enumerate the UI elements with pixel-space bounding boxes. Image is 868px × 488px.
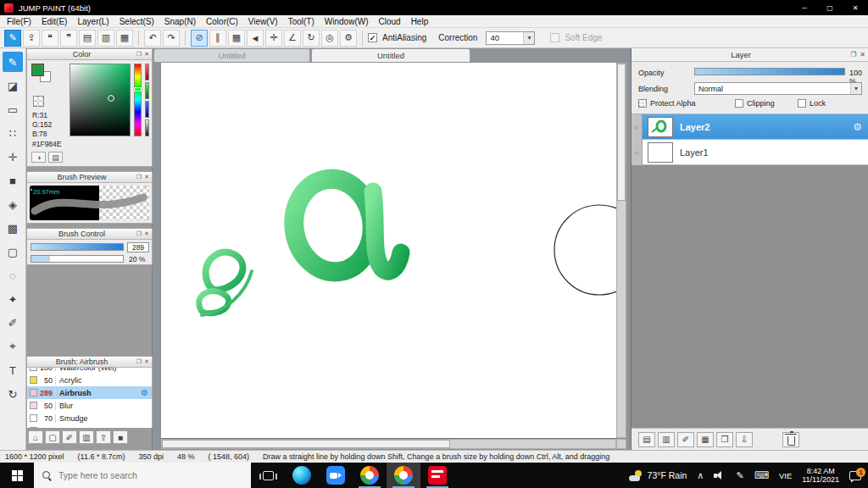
layer-row-layer2[interactable]: ○ Layer2 ⚙ [632, 114, 868, 140]
snap-vanishing-icon[interactable]: ∠ [284, 30, 301, 47]
brush-pages-button[interactable]: ▥ [79, 430, 94, 444]
clipping-checkbox[interactable] [735, 99, 743, 108]
gray-mini-slider[interactable] [145, 119, 149, 136]
lasso-tool[interactable]: ◌ [3, 265, 23, 286]
maximize-button[interactable]: ▢ [817, 0, 843, 15]
lock-checkbox[interactable] [798, 99, 806, 108]
menu-window[interactable]: Window(W) [320, 17, 374, 26]
popout-icon[interactable]: ❐ [850, 51, 856, 58]
menu-view[interactable]: View(V) [243, 17, 283, 26]
touch-keyboard-icon[interactable]: ⌨ [754, 469, 769, 481]
red-mini-slider[interactable] [145, 64, 149, 80]
snap-cross-icon[interactable]: ✛ [265, 30, 282, 47]
text-tool[interactable]: T [3, 360, 23, 380]
protect-alpha-checkbox[interactable] [638, 99, 647, 108]
zoom-button[interactable] [319, 463, 353, 488]
copy-layer-button[interactable]: ❐ [716, 432, 733, 447]
weather-widget[interactable]: 73°F Rain [629, 470, 687, 481]
color-slider-button[interactable]: ▤ [48, 152, 63, 163]
rotate-tool[interactable]: ↻ [3, 384, 23, 404]
close-button[interactable]: ✕ [843, 0, 868, 15]
add-brush-button[interactable]: ▢ [45, 430, 60, 444]
taskbar-search[interactable] [34, 463, 251, 488]
select-tool[interactable]: ▢ [3, 241, 23, 262]
blending-dropdown[interactable]: Normal ▾ [694, 82, 862, 95]
green-mini-slider[interactable] [145, 82, 149, 99]
minimize-button[interactable]: ─ [792, 0, 817, 15]
pen-edit-tool[interactable]: ✐ [3, 313, 23, 333]
vertical-scrollbar[interactable] [616, 63, 626, 438]
notification-icon[interactable]: 1 [849, 471, 861, 480]
menu-color[interactable]: Color(C) [201, 17, 243, 26]
menu-select[interactable]: Select(S) [114, 17, 159, 26]
brush-item-sparkle[interactable]: 100 Sparkle Brush [27, 424, 152, 428]
brush-tool[interactable]: ✎ [3, 52, 23, 72]
dot-pen-tool[interactable]: ∷ [3, 123, 23, 143]
shape-brush-tool[interactable]: ▭ [3, 99, 23, 119]
clock[interactable]: 8:42 AM 11/11/2021 [802, 467, 839, 485]
new-page-icon[interactable]: ▤ [79, 30, 96, 47]
popout-icon[interactable]: ❐ [136, 51, 142, 58]
hue-bar[interactable] [134, 64, 142, 136]
tile-view-icon[interactable]: ▦ [116, 30, 133, 47]
brush-item-airbrush[interactable]: 289 Airbrush ⚙ [27, 386, 152, 399]
snap-concentric-icon[interactable]: ◎ [321, 30, 338, 47]
layer-row-layer1[interactable]: ○ Layer1 [632, 140, 868, 165]
edit-brush-button[interactable]: ✐ [62, 430, 77, 444]
menu-file[interactable]: File(F) [2, 17, 36, 26]
start-button[interactable] [0, 463, 34, 488]
close-panel-icon[interactable]: ✕ [144, 358, 149, 365]
comment-icon[interactable]: ❝ [42, 30, 58, 47]
fill-rect-tool[interactable]: ■ [3, 170, 23, 191]
paint-mode-icon[interactable]: ✎ [4, 30, 21, 47]
close-panel-icon[interactable]: ✕ [144, 51, 149, 58]
correction-dropdown[interactable]: 40 ▾ [486, 31, 535, 45]
close-panel-icon[interactable]: ✕ [860, 51, 865, 58]
foreground-color-swatch[interactable] [31, 64, 44, 76]
upload-icon[interactable]: ⇪ [23, 30, 40, 47]
menu-snap[interactable]: Snap(N) [159, 17, 201, 26]
canvas-tab-1[interactable]: Untitled [153, 48, 310, 62]
add-layer-button[interactable]: ▤ [638, 432, 655, 447]
color-wheel-button[interactable]: ◑ [31, 152, 46, 163]
comment-panel-icon[interactable]: ❞ [60, 30, 77, 47]
menu-layer[interactable]: Layer(L) [72, 17, 114, 26]
redo-icon[interactable]: ↷ [163, 30, 180, 47]
medibang-button[interactable] [353, 463, 387, 488]
close-panel-icon[interactable]: ✕ [144, 230, 149, 237]
canvas-tab-2-active[interactable]: Untitled [311, 48, 470, 62]
volume-icon[interactable] [714, 470, 726, 480]
antialiasing-checkbox[interactable]: ✓ [368, 33, 377, 42]
transparent-color-swatch[interactable] [33, 96, 44, 107]
operation-tool[interactable]: ⌖ [3, 336, 23, 357]
saturation-value-picker[interactable] [70, 64, 131, 136]
menu-cloud[interactable]: Cloud [373, 17, 405, 26]
horizontal-scrollbar-thumb[interactable] [162, 440, 450, 448]
move-tool[interactable]: ✛ [3, 147, 23, 167]
delete-layer-button[interactable] [782, 432, 799, 447]
brush-settings-gear-icon[interactable]: ⚙ [141, 388, 148, 397]
magic-wand-tool[interactable]: ✦ [3, 289, 23, 309]
snap-perspective-icon[interactable]: ◄ [247, 30, 264, 47]
duplicate-layer-button[interactable]: ▥ [658, 432, 675, 447]
soft-edge-checkbox[interactable] [550, 33, 559, 42]
jump-paint-button[interactable] [387, 463, 420, 488]
brush-item-smudge[interactable]: 70 Smudge [27, 412, 152, 424]
snap-grid-icon[interactable]: ▦ [228, 30, 245, 47]
page-manager-icon[interactable]: ▥ [97, 30, 114, 47]
brush-size-slider[interactable] [31, 243, 124, 251]
edit-layer-button[interactable]: ✐ [677, 432, 694, 447]
popout-icon[interactable]: ❐ [136, 358, 142, 365]
snap-curve-icon[interactable]: ↻ [303, 30, 320, 47]
layer-settings-gear-icon[interactable]: ⚙ [853, 121, 862, 133]
undo-icon[interactable]: ↶ [144, 30, 161, 47]
brush-opacity-slider[interactable] [31, 255, 124, 263]
brush-folder-button[interactable]: ■ [113, 430, 128, 444]
canvas-surface[interactable] [161, 63, 616, 438]
snap-settings-icon[interactable]: ⚙ [340, 30, 357, 47]
menu-tool[interactable]: Tool(T) [283, 17, 320, 26]
hidden-icons-chevron[interactable]: ∧ [697, 470, 704, 481]
vertical-scrollbar-thumb[interactable] [617, 64, 626, 201]
language-indicator[interactable]: VIE [779, 471, 792, 480]
import-brush-button[interactable]: ⇪ [96, 430, 111, 444]
